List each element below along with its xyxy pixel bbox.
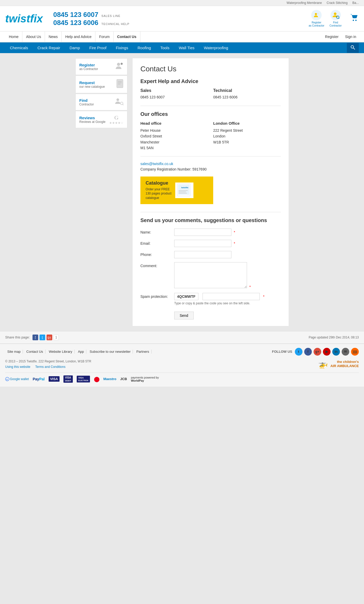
- form-name-label: Name:: [140, 229, 174, 234]
- sidebar-request-catalogue[interactable]: Request our new catalogue: [75, 76, 127, 93]
- footer-middle: © 2013 – 2015 Twistfix. 222 Regent Stree…: [5, 360, 359, 369]
- cat-fire-proof[interactable]: Fire Proof: [85, 42, 111, 53]
- cat-tools[interactable]: Tools: [156, 42, 174, 53]
- catalogue-banner[interactable]: Catalogue Order your FREE130 pages produ…: [140, 177, 213, 204]
- technical-title: Technical: [213, 88, 281, 93]
- sidebar-find-text: Find Contractor: [79, 98, 94, 106]
- footer-legal-links: Using this website Terms and Conditions: [5, 364, 91, 369]
- svg-point-19: [116, 98, 119, 101]
- form-spam-label: Spam protection:: [140, 293, 174, 299]
- svg-line-10: [353, 48, 355, 49]
- header-icons: Registeras Contractor FindContractor: [309, 10, 359, 27]
- name-input[interactable]: [174, 229, 231, 236]
- svg-text:G: G: [6, 378, 8, 381]
- send-button[interactable]: Send: [174, 312, 194, 319]
- visa-electron-badge: VISAELECTRON: [77, 376, 90, 382]
- sidebar-find-contractor[interactable]: Find Contractor: [75, 94, 127, 110]
- cat-wall-ties[interactable]: Wall Ties: [174, 42, 199, 53]
- nav-help[interactable]: Help and Advice: [62, 32, 95, 42]
- email-icon[interactable]: ✉: [342, 348, 349, 356]
- top-link-ba[interactable]: Ba...: [352, 1, 359, 5]
- paypal-badge: PayPal: [33, 377, 45, 381]
- top-link-waterproofing[interactable]: Waterproofing Membrane: [287, 1, 322, 5]
- visa-badge: VISA: [49, 376, 60, 382]
- charity-logo: 🚁 the children'sAIR AMBULANCE: [318, 360, 359, 369]
- nav-forum[interactable]: Forum: [95, 32, 113, 42]
- svg-rect-25: [179, 190, 188, 191]
- form-title: Send us your comments, suggestions or qu…: [140, 217, 281, 223]
- using-this-website-link[interactable]: Using this website: [5, 365, 30, 369]
- twitter-icon[interactable]: t: [295, 348, 303, 356]
- nav-signin[interactable]: Sign in: [342, 32, 359, 42]
- footer-library[interactable]: Website Library: [47, 350, 75, 354]
- googleplus-share[interactable]: g+: [47, 335, 52, 340]
- phone-sales-label: SALES LINE: [101, 14, 120, 17]
- sidebar: Register as Contractor Request o: [75, 58, 127, 326]
- phone-tech-row: 0845 123 6006 TECHNICAL HELP: [53, 19, 309, 27]
- catalogue-description: Order your FREE130 pages productcatalogu…: [146, 187, 171, 200]
- worldpay-badge: payments powered byWorldPay: [131, 376, 159, 382]
- main-navigation: Home About Us News Help and Advice Forum…: [0, 32, 364, 42]
- cat-damp[interactable]: Damp: [65, 42, 85, 53]
- form-spam-field: 4QCMWTF * Type or copy & paste the code …: [174, 293, 281, 305]
- google-wallet-badge: G Google wallet: [5, 377, 29, 381]
- company-registration: Company Registration Number: 5917690: [140, 167, 281, 171]
- nav-news[interactable]: News: [45, 32, 62, 42]
- charity-name: the children'sAIR AMBULANCE: [330, 360, 359, 369]
- sidebar-reviews[interactable]: Reviews Reviews at Google G ★★★★☆: [75, 111, 127, 128]
- share-label: Share this page:: [5, 335, 30, 339]
- footer-contact[interactable]: Contact Us: [24, 350, 45, 354]
- logo[interactable]: twistfix: [5, 12, 43, 25]
- nav-right: Register Sign in: [322, 32, 359, 42]
- svg-text:twistfix: twistfix: [181, 186, 188, 189]
- footer-app[interactable]: App: [76, 350, 86, 354]
- footer-sitemap[interactable]: Site map: [5, 350, 23, 354]
- email-link[interactable]: sales@twistfix.co.uk: [140, 162, 281, 166]
- nav-contact[interactable]: Contact Us: [114, 32, 140, 42]
- linkedin-icon[interactable]: in: [332, 348, 340, 356]
- email-input[interactable]: [174, 240, 231, 247]
- find-contractor-button[interactable]: FindContractor: [329, 10, 342, 27]
- cat-roofing[interactable]: Roofing: [133, 42, 156, 53]
- cat-chemicals[interactable]: Chemicals: [5, 42, 33, 53]
- cart-button[interactable]: [349, 13, 359, 24]
- cat-crack-repair[interactable]: Crack Repair: [33, 42, 65, 53]
- nav-home[interactable]: Home: [5, 32, 22, 42]
- london-office: London Office 222 Regent StreetLondonW1B…: [213, 121, 281, 151]
- svg-point-7: [353, 20, 354, 21]
- nav-register[interactable]: Register: [322, 32, 341, 42]
- facebook-icon[interactable]: f: [304, 348, 312, 356]
- comment-input[interactable]: [174, 262, 247, 288]
- follow-label: FOLLOW US: [272, 350, 292, 354]
- rss-icon[interactable]: )))): [351, 348, 359, 356]
- share-icons: f t g+ 1: [32, 335, 59, 340]
- phone-sales-row: 0845 123 6007 SALES LINE: [53, 11, 309, 19]
- head-office-title: Head office: [140, 121, 208, 125]
- terms-conditions-link[interactable]: Terms and Conditions: [35, 365, 66, 369]
- top-link-crack[interactable]: Crack Stitching: [327, 1, 348, 5]
- facebook-share[interactable]: f: [32, 335, 38, 340]
- nav-about[interactable]: About Us: [22, 32, 45, 42]
- svg-point-0: [315, 13, 317, 15]
- sidebar-register-contractor[interactable]: Register as Contractor: [75, 58, 127, 75]
- register-contractor-button[interactable]: Registeras Contractor: [309, 10, 324, 27]
- footer-newsletter[interactable]: Subscribe to our newsletter: [88, 350, 133, 354]
- catalogue-image: twistfix: [175, 183, 193, 198]
- twitter-share[interactable]: t: [40, 335, 45, 340]
- cat-waterproofing[interactable]: Waterproofing: [199, 42, 233, 53]
- london-office-title: London Office: [213, 121, 281, 125]
- youtube-icon[interactable]: ▶: [323, 348, 331, 356]
- footer-partners[interactable]: Partners: [134, 350, 151, 354]
- googleplus-icon[interactable]: g+: [314, 348, 321, 356]
- phone-input[interactable]: [174, 251, 231, 258]
- cat-fixings[interactable]: Fixings: [111, 42, 133, 53]
- category-search-button[interactable]: [347, 43, 359, 53]
- sidebar-request-text: Request our new catalogue: [79, 80, 105, 89]
- svg-point-8: [355, 20, 357, 21]
- find-contractor-label: FindContractor: [329, 21, 342, 27]
- svg-rect-27: [179, 193, 187, 193]
- spam-input[interactable]: [203, 293, 260, 300]
- form-name-field: *: [174, 229, 281, 236]
- jcb-badge: JCB: [120, 377, 127, 381]
- find-person-icon: [115, 97, 124, 107]
